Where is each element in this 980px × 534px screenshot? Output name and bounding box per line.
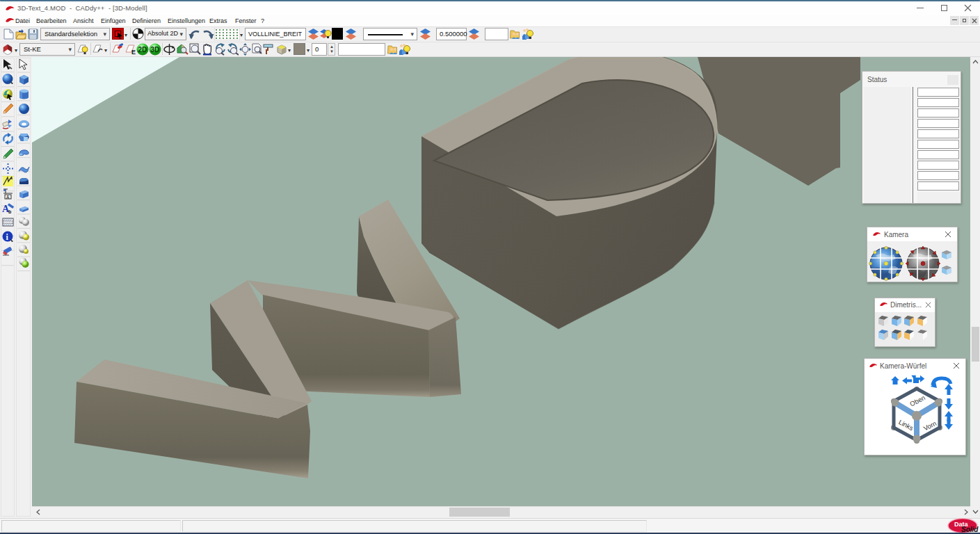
svg-text:A: A xyxy=(6,195,10,200)
svg-text:b: b xyxy=(8,209,11,214)
svg-text:3D: 3D xyxy=(151,46,160,54)
svg-text:E: E xyxy=(131,49,136,56)
svg-text:2D: 2D xyxy=(138,46,147,54)
